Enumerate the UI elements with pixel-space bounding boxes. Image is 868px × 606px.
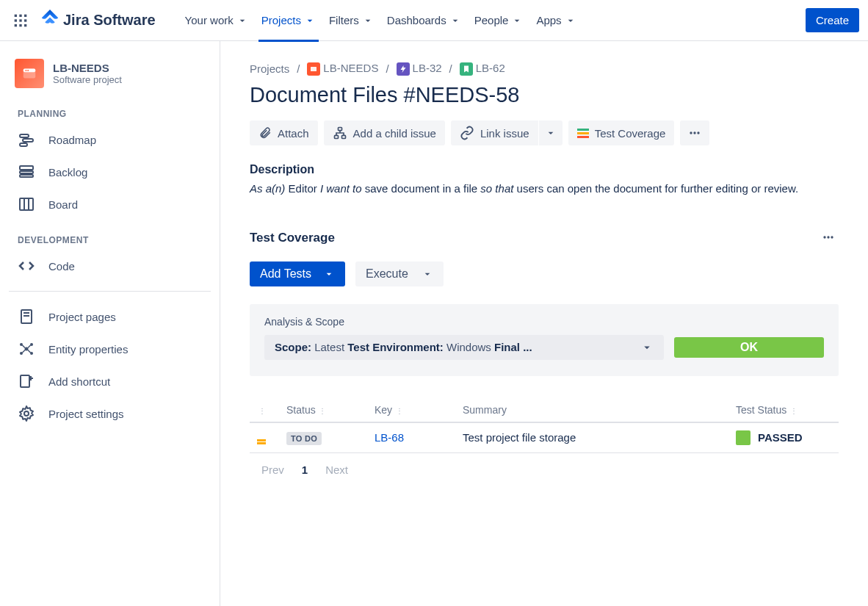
- scope-select[interactable]: Scope: Latest Test Environment: Windows …: [264, 335, 664, 360]
- test-coverage-table: ⋮ Status ⋮ Key ⋮ Summary Test Status ⋮ T…: [250, 398, 839, 453]
- board-icon: [18, 195, 35, 213]
- description-body[interactable]: As a(n) Editor I want to save document i…: [250, 181, 839, 198]
- link-issue-dropdown[interactable]: [539, 120, 563, 145]
- attach-button[interactable]: Attach: [250, 120, 318, 145]
- nav-projects[interactable]: Projects: [256, 7, 322, 34]
- nav-items: Your work Projects Filters Dashboards Pe…: [179, 7, 582, 34]
- sidebar-section-development: DEVELOPMENT: [9, 220, 211, 250]
- page-icon: [18, 308, 35, 325]
- chevron-down-icon: [304, 15, 316, 26]
- sidebar-item-entity-properties[interactable]: Entity properties: [9, 333, 211, 365]
- svg-rect-4: [19, 19, 21, 21]
- coverage-status-pill: OK: [674, 337, 824, 358]
- svg-rect-34: [21, 375, 29, 387]
- description-heading: Description: [250, 163, 839, 176]
- app-switcher-icon[interactable]: [9, 9, 32, 32]
- sidebar-item-project-settings[interactable]: Project settings: [9, 397, 211, 430]
- col-priority[interactable]: ⋮: [250, 398, 279, 422]
- sidebar-item-add-shortcut[interactable]: Add shortcut: [9, 365, 211, 397]
- project-avatar-icon: [15, 59, 44, 88]
- attach-icon: [258, 126, 272, 140]
- execute-button[interactable]: Execute: [355, 261, 444, 286]
- add-tests-button[interactable]: Add Tests: [250, 261, 345, 286]
- link-icon: [460, 126, 474, 140]
- table-row[interactable]: TO DO LB-68 Test project file storage PA…: [250, 422, 839, 453]
- chevron-down-icon: [362, 15, 374, 26]
- project-name: LB-NEEDS: [53, 62, 122, 74]
- sidebar-item-project-pages[interactable]: Project pages: [9, 300, 211, 333]
- more-actions-button[interactable]: [680, 120, 709, 145]
- sidebar-item-backlog[interactable]: Backlog: [9, 156, 211, 188]
- project-header[interactable]: LB-NEEDS Software project: [9, 59, 211, 94]
- nav-your-work[interactable]: Your work: [179, 7, 254, 34]
- svg-rect-3: [15, 19, 17, 21]
- jira-logo[interactable]: Jira Software: [35, 10, 162, 31]
- svg-rect-15: [20, 143, 27, 146]
- summary-cell: Test project file storage: [455, 422, 728, 453]
- svg-point-11: [26, 70, 27, 71]
- svg-rect-0: [15, 14, 17, 16]
- nav-apps[interactable]: Apps: [530, 7, 582, 34]
- roadmap-icon: [18, 131, 35, 148]
- pagination-current: 1: [302, 463, 308, 476]
- add-child-button[interactable]: Add a child issue: [324, 120, 445, 145]
- status-lozenge: TO DO: [286, 432, 322, 445]
- chevron-down-icon: [449, 15, 461, 26]
- sidebar: LB-NEEDS Software project PLANNING Roadm…: [0, 41, 220, 606]
- more-icon: [821, 230, 836, 245]
- analysis-scope-label: Analysis & Scope: [264, 316, 824, 328]
- top-nav: Jira Software Your work Projects Filters…: [0, 0, 868, 41]
- breadcrumb-project[interactable]: LB-NEEDS: [307, 62, 378, 76]
- entity-icon: [18, 340, 35, 358]
- sidebar-item-board[interactable]: Board: [9, 188, 211, 220]
- svg-rect-38: [311, 67, 317, 71]
- test-coverage-heading: Test Coverage: [250, 231, 335, 245]
- test-coverage-button[interactable]: Test Coverage: [568, 120, 675, 145]
- svg-point-12: [27, 70, 29, 71]
- chevron-down-icon: [323, 268, 335, 280]
- svg-point-45: [823, 236, 825, 238]
- jira-icon: [41, 10, 59, 31]
- sidebar-item-code[interactable]: Code: [9, 250, 211, 282]
- svg-rect-14: [23, 139, 33, 142]
- svg-point-47: [831, 236, 833, 238]
- chevron-down-icon: [545, 127, 557, 139]
- col-summary[interactable]: Summary: [455, 398, 728, 422]
- sidebar-section-planning: PLANNING: [9, 94, 211, 123]
- logo-text: Jira Software: [63, 12, 156, 29]
- sidebar-item-roadmap[interactable]: Roadmap: [9, 123, 211, 156]
- svg-point-46: [827, 236, 829, 238]
- test-coverage-icon: [577, 129, 589, 138]
- pagination-prev[interactable]: Prev: [261, 463, 284, 476]
- svg-rect-5: [24, 19, 26, 21]
- create-button[interactable]: Create: [806, 8, 859, 32]
- breadcrumb-projects[interactable]: Projects: [250, 62, 289, 75]
- svg-line-32: [23, 350, 26, 353]
- nav-filters[interactable]: Filters: [323, 7, 380, 34]
- svg-point-43: [694, 131, 696, 134]
- link-issue-button[interactable]: Link issue: [451, 120, 538, 145]
- test-coverage-more-button[interactable]: [818, 227, 839, 250]
- nav-dashboards[interactable]: Dashboards: [381, 7, 467, 34]
- breadcrumb-issue[interactable]: LB-62: [460, 62, 505, 76]
- breadcrumb-epic[interactable]: LB-32: [397, 62, 442, 76]
- priority-medium-icon: [257, 439, 266, 444]
- sidebar-divider: [9, 291, 211, 292]
- svg-rect-41: [341, 135, 345, 138]
- svg-rect-39: [338, 128, 341, 131]
- backlog-icon: [18, 163, 35, 181]
- col-status[interactable]: Status ⋮: [279, 398, 367, 422]
- chevron-down-icon: [565, 15, 576, 26]
- col-test-status[interactable]: Test Status ⋮: [728, 398, 839, 422]
- svg-point-42: [690, 131, 692, 134]
- pagination-next[interactable]: Next: [325, 463, 348, 476]
- main-content: Projects / LB-NEEDS / LB-32 / LB-62 Docu…: [220, 41, 868, 606]
- issue-actions: Attach Add a child issue Link issue Test…: [250, 120, 839, 145]
- svg-point-37: [24, 411, 29, 416]
- svg-rect-2: [24, 14, 26, 16]
- svg-rect-1: [19, 14, 21, 16]
- col-key[interactable]: Key ⋮: [367, 398, 455, 422]
- issue-key-link[interactable]: LB-68: [375, 431, 404, 444]
- svg-rect-8: [24, 24, 26, 26]
- nav-people[interactable]: People: [469, 7, 529, 34]
